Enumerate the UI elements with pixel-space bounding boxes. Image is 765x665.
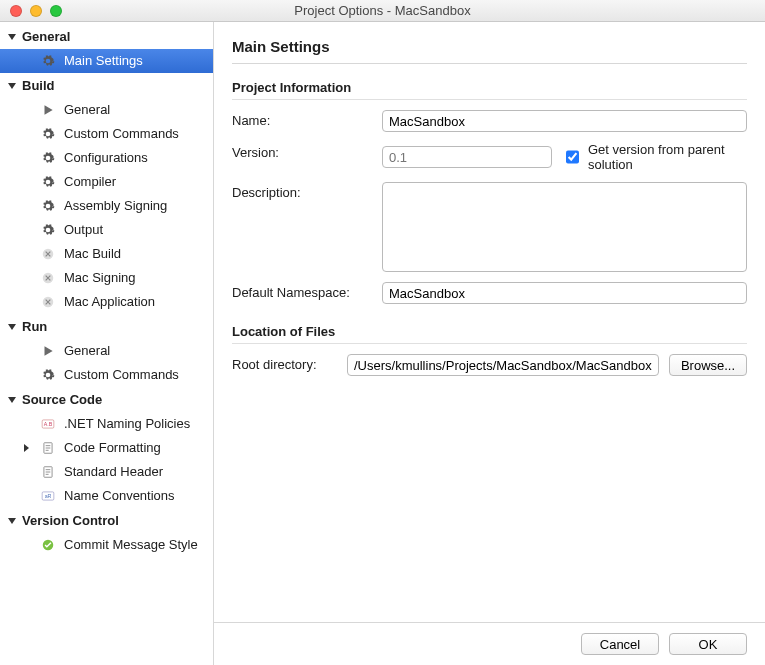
ab-icon: A.B bbox=[40, 416, 56, 432]
sidebar-item[interactable]: Main Settings bbox=[0, 49, 213, 73]
section-title[interactable]: General bbox=[0, 24, 213, 49]
sidebar-item[interactable]: Compiler bbox=[0, 170, 213, 194]
group-title-location-of-files: Location of Files bbox=[232, 324, 747, 344]
gear-icon bbox=[40, 53, 56, 69]
sidebar-item[interactable]: Code Formatting bbox=[0, 436, 213, 460]
sidebar-item[interactable]: Commit Message Style bbox=[0, 533, 213, 557]
sidebar-item-label: Main Settings bbox=[64, 53, 143, 69]
gear-icon bbox=[40, 174, 56, 190]
gear-icon bbox=[40, 222, 56, 238]
sidebar-item[interactable]: Mac Signing bbox=[0, 266, 213, 290]
svg-text:aR: aR bbox=[45, 493, 52, 499]
disclosure-triangle-icon bbox=[8, 518, 16, 524]
disclosure-triangle-icon bbox=[8, 34, 16, 40]
sidebar-item-label: Code Formatting bbox=[64, 440, 161, 456]
section-title-label: Run bbox=[22, 319, 47, 334]
disclosure-triangle-icon bbox=[8, 324, 16, 330]
label-description: Description: bbox=[232, 182, 372, 200]
titlebar: Project Options - MacSandbox bbox=[0, 0, 765, 22]
section-title[interactable]: Version Control bbox=[0, 508, 213, 533]
label-root-directory: Root directory: bbox=[232, 354, 337, 372]
sidebar-item-label: Mac Signing bbox=[64, 270, 136, 286]
get-version-from-parent-checkbox-input[interactable] bbox=[566, 150, 579, 164]
sidebar-item[interactable]: Custom Commands bbox=[0, 122, 213, 146]
svg-text:A.B: A.B bbox=[44, 421, 53, 427]
name-input[interactable] bbox=[382, 110, 747, 132]
label-name: Name: bbox=[232, 110, 372, 128]
gear-icon bbox=[40, 367, 56, 383]
sidebar-item[interactable]: Output bbox=[0, 218, 213, 242]
sidebar-item-label: General bbox=[64, 102, 110, 118]
section-title-label: Build bbox=[22, 78, 55, 93]
label-version: Version: bbox=[232, 142, 372, 160]
gear-icon bbox=[40, 126, 56, 142]
ok-button[interactable]: OK bbox=[669, 633, 747, 655]
gear-icon bbox=[40, 150, 56, 166]
play-icon bbox=[40, 343, 56, 359]
sidebar-item-label: Mac Application bbox=[64, 294, 155, 310]
doc-icon bbox=[40, 464, 56, 480]
sidebar-item[interactable]: Mac Application bbox=[0, 290, 213, 314]
sidebar-item[interactable]: A.B.NET Naming Policies bbox=[0, 412, 213, 436]
label-default-namespace: Default Namespace: bbox=[232, 282, 372, 300]
disclosure-triangle-icon bbox=[8, 83, 16, 89]
x-icon bbox=[40, 294, 56, 310]
x-icon bbox=[40, 246, 56, 262]
sidebar-item[interactable]: Assembly Signing bbox=[0, 194, 213, 218]
sidebar-item[interactable]: Mac Build bbox=[0, 242, 213, 266]
sidebar: GeneralMain SettingsBuildGeneralCustom C… bbox=[0, 22, 214, 665]
sidebar-item-label: Mac Build bbox=[64, 246, 121, 262]
ar-icon: aR bbox=[40, 488, 56, 504]
section-title-label: General bbox=[22, 29, 70, 44]
section-title[interactable]: Source Code bbox=[0, 387, 213, 412]
gear-icon bbox=[40, 198, 56, 214]
section-title-label: Version Control bbox=[22, 513, 119, 528]
sidebar-item-label: Configurations bbox=[64, 150, 148, 166]
location-of-files-group: Location of Files Root directory: Browse… bbox=[232, 324, 747, 376]
description-input[interactable] bbox=[382, 182, 747, 272]
sidebar-item-label: Name Conventions bbox=[64, 488, 175, 504]
group-title-project-information: Project Information bbox=[232, 80, 747, 100]
cancel-button[interactable]: Cancel bbox=[581, 633, 659, 655]
section-title-label: Source Code bbox=[22, 392, 102, 407]
sidebar-item-label: Custom Commands bbox=[64, 126, 179, 142]
window-title: Project Options - MacSandbox bbox=[0, 3, 765, 18]
sidebar-item-label: Output bbox=[64, 222, 103, 238]
button-bar: Cancel OK bbox=[214, 622, 765, 665]
sidebar-item-label: Assembly Signing bbox=[64, 198, 167, 214]
disclosure-triangle-icon bbox=[8, 397, 16, 403]
sidebar-item-label: Custom Commands bbox=[64, 367, 179, 383]
disclosure-triangle-icon bbox=[24, 444, 29, 452]
sidebar-item[interactable]: Standard Header bbox=[0, 460, 213, 484]
get-version-from-parent-label: Get version from parent solution bbox=[588, 142, 747, 172]
doc-icon bbox=[40, 440, 56, 456]
section-title[interactable]: Run bbox=[0, 314, 213, 339]
sidebar-item[interactable]: Custom Commands bbox=[0, 363, 213, 387]
sidebar-item-label: Compiler bbox=[64, 174, 116, 190]
sidebar-item[interactable]: General bbox=[0, 339, 213, 363]
version-input bbox=[382, 146, 552, 168]
section-title[interactable]: Build bbox=[0, 73, 213, 98]
sidebar-item-label: .NET Naming Policies bbox=[64, 416, 190, 432]
sidebar-item-label: Commit Message Style bbox=[64, 537, 198, 553]
default-namespace-input[interactable] bbox=[382, 282, 747, 304]
sidebar-item[interactable]: aRName Conventions bbox=[0, 484, 213, 508]
sidebar-item-label: Standard Header bbox=[64, 464, 163, 480]
play-icon bbox=[40, 102, 56, 118]
sidebar-item[interactable]: General bbox=[0, 98, 213, 122]
sidebar-item-label: General bbox=[64, 343, 110, 359]
sidebar-item[interactable]: Configurations bbox=[0, 146, 213, 170]
check-icon bbox=[40, 537, 56, 553]
content-pane: Main Settings Project Information Name: … bbox=[214, 22, 765, 665]
x-icon bbox=[40, 270, 56, 286]
project-information-group: Project Information Name: Version: Get v… bbox=[232, 80, 747, 304]
root-directory-input[interactable] bbox=[347, 354, 659, 376]
page-title: Main Settings bbox=[232, 38, 747, 64]
browse-button[interactable]: Browse... bbox=[669, 354, 747, 376]
get-version-from-parent-checkbox[interactable]: Get version from parent solution bbox=[562, 142, 747, 172]
